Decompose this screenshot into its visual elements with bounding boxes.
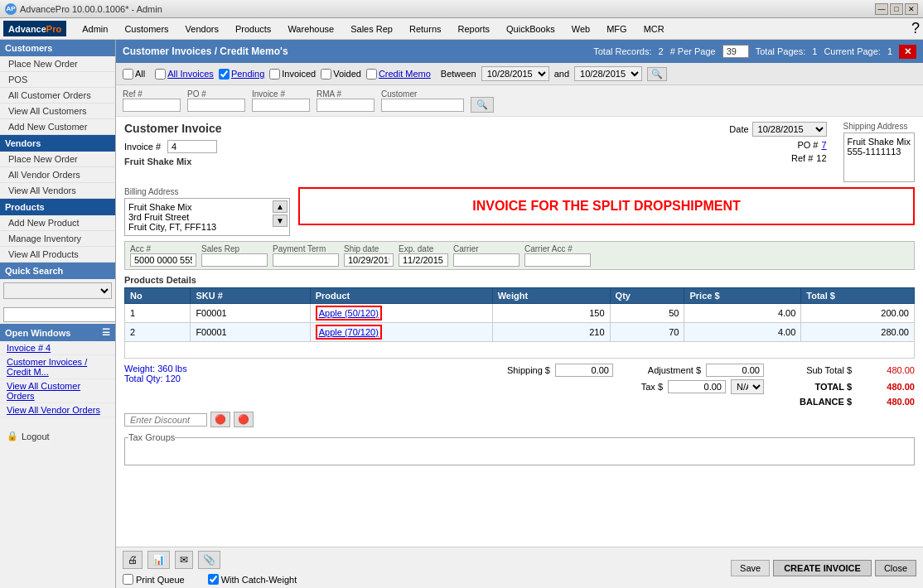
filter-all-invoices[interactable]: All Invoices <box>155 69 214 80</box>
filter-all-checkbox[interactable] <box>123 69 133 80</box>
catch-weight-checkbox[interactable] <box>208 574 219 585</box>
discount-clear-button[interactable]: 🔴 <box>234 412 254 427</box>
sidebar-item-add-new-product[interactable]: Add New Product <box>0 215 115 231</box>
date-from-select[interactable]: 10/28/2015 <box>481 66 549 81</box>
tax-type-select[interactable]: N/A <box>731 379 764 394</box>
filter-voided[interactable]: Voided <box>321 69 361 80</box>
sidebar-item-vendor-place-order[interactable]: Place New Order <box>0 152 115 167</box>
sidebar-item-all-customer-orders[interactable]: All Customer Orders <box>0 88 115 104</box>
totals-area: Weight: 360 lbs Total Qty: 120 Shipping … <box>124 364 915 407</box>
tax-input[interactable] <box>668 380 726 393</box>
close-topbar-button[interactable]: ✕ <box>899 45 916 59</box>
row1-price: 4.00 <box>684 304 801 323</box>
totals-right: Shipping $ Adjustment $ Sub Total $ 480.… <box>467 364 915 407</box>
quick-search-input[interactable] <box>3 307 116 322</box>
print-button[interactable]: 🖨 <box>123 551 143 569</box>
open-window-all-vendor-orders[interactable]: View All Vendor Orders <box>0 403 115 417</box>
print-queue-checkbox[interactable] <box>123 574 133 585</box>
menu-mfg[interactable]: MFG <box>599 21 634 37</box>
date-to-select[interactable]: 10/28/2015 <box>574 66 642 81</box>
filter-pending[interactable]: Pending <box>219 69 264 80</box>
adjustment-input[interactable] <box>706 364 764 377</box>
create-invoice-button[interactable]: CREATE INVOICE <box>773 560 872 576</box>
ref-input[interactable] <box>123 99 181 112</box>
billing-address-text: Fruit Shake Mix 3rd Fruit Street Fruit C… <box>128 202 286 232</box>
maximize-button[interactable]: □ <box>890 3 903 15</box>
menu-warehouse[interactable]: Warehouse <box>280 21 341 37</box>
filter-invoiced[interactable]: Invoiced <box>269 69 316 80</box>
payment-term-input[interactable] <box>273 253 339 267</box>
sidebar-quick-search-header[interactable]: Quick Search <box>0 263 115 279</box>
menu-quickbooks[interactable]: QuickBooks <box>499 21 563 37</box>
menu-products[interactable]: Products <box>228 21 278 37</box>
invoice-num-input[interactable] <box>252 99 310 112</box>
open-window-all-customer-orders[interactable]: View All Customer Orders <box>0 379 115 403</box>
menu-returns[interactable]: Returns <box>402 21 449 37</box>
exp-date-input[interactable] <box>399 253 448 267</box>
carrier-acc-input[interactable] <box>524 253 591 267</box>
filter-credit-memo-checkbox[interactable] <box>366 69 377 80</box>
sidebar-products-header[interactable]: Products <box>0 199 115 215</box>
sales-rep-input[interactable] <box>201 253 268 267</box>
menu-reports[interactable]: Reports <box>451 21 498 37</box>
invoice-number-input[interactable] <box>167 140 217 153</box>
discount-apply-button[interactable]: 🔴 <box>210 412 230 427</box>
date-input[interactable]: 10/28/2015 <box>752 122 827 137</box>
row1-product-link[interactable]: Apple (50/120) <box>316 306 382 321</box>
row2-product-link[interactable]: Apple (70/120) <box>316 325 382 340</box>
customer-input[interactable] <box>381 99 464 112</box>
sidebar-item-view-all-vendors[interactable]: View All Vendors <box>0 183 115 199</box>
print-queue-label[interactable]: Print Queue <box>123 574 185 585</box>
po-input[interactable] <box>187 99 245 112</box>
minimize-button[interactable]: — <box>875 3 888 15</box>
menu-web[interactable]: Web <box>564 21 597 37</box>
po-hash-label: PO # <box>797 140 818 150</box>
sidebar-item-add-new-customer[interactable]: Add New Customer <box>0 119 115 135</box>
table-row: 1 F00001 Apple (50/120) 150 50 4.00 200.… <box>125 304 915 323</box>
filter-credit-memo[interactable]: Credit Memo <box>366 69 431 80</box>
close-button[interactable]: Close <box>875 560 916 576</box>
attach-button[interactable]: 📎 <box>198 551 220 569</box>
menu-salesrep[interactable]: Sales Rep <box>343 21 400 37</box>
filter-all-invoices-checkbox[interactable] <box>155 69 166 80</box>
sidebar-item-pos[interactable]: POS <box>0 72 115 88</box>
quick-search-dropdown[interactable] <box>3 282 112 299</box>
filter-go-button[interactable]: 🔍 <box>647 67 667 81</box>
po-value[interactable]: 7 <box>821 140 826 150</box>
shipping-input[interactable] <box>555 364 613 377</box>
balance-label: BALANCE $ <box>769 397 852 407</box>
sidebar-vendors-header[interactable]: Vendors <box>0 135 115 152</box>
menu-customers[interactable]: Customers <box>117 21 176 37</box>
filter-all[interactable]: All <box>123 69 145 80</box>
billing-scroll-down[interactable]: ▼ <box>273 214 288 227</box>
sidebar-item-all-vendor-orders[interactable]: All Vendor Orders <box>0 167 115 183</box>
filter-invoiced-checkbox[interactable] <box>269 69 280 80</box>
ref-search-button[interactable]: 🔍 <box>471 97 494 113</box>
per-page-input[interactable] <box>722 45 749 58</box>
close-window-button[interactable]: ✕ <box>905 3 918 15</box>
save-button[interactable]: Save <box>731 560 770 576</box>
menu-mcr[interactable]: MCR <box>636 21 672 37</box>
logout-button[interactable]: 🔒 Logout <box>0 426 115 446</box>
sidebar-item-manage-inventory[interactable]: Manage Inventory <box>0 231 115 247</box>
acc-input[interactable] <box>130 253 196 267</box>
open-window-customer-invoices[interactable]: Customer Invoices / Credit M... <box>0 355 115 379</box>
menu-admin[interactable]: Admin <box>75 21 115 37</box>
catch-weight-label[interactable]: With Catch-Weight <box>208 574 297 585</box>
email-button[interactable]: ✉ <box>175 551 193 569</box>
discount-input[interactable] <box>124 413 207 427</box>
menu-vendors[interactable]: Vendors <box>178 21 226 37</box>
sidebar-item-view-all-products[interactable]: View All Products <box>0 247 115 263</box>
carrier-input[interactable] <box>453 253 519 267</box>
ship-date-input[interactable] <box>344 253 394 267</box>
open-window-invoice4[interactable]: Invoice # 4 <box>0 341 115 355</box>
rma-input[interactable] <box>317 99 375 112</box>
help-icon[interactable]: ? <box>911 20 920 37</box>
sidebar-item-place-new-order[interactable]: Place New Order <box>0 56 115 72</box>
export-button[interactable]: 📊 <box>147 551 170 569</box>
filter-voided-checkbox[interactable] <box>321 69 331 80</box>
sidebar-customers-header[interactable]: Customers <box>0 40 115 56</box>
sidebar-item-view-all-customers[interactable]: View All Customers <box>0 104 115 119</box>
filter-pending-checkbox[interactable] <box>219 69 230 80</box>
billing-scroll-up[interactable]: ▲ <box>273 200 288 213</box>
